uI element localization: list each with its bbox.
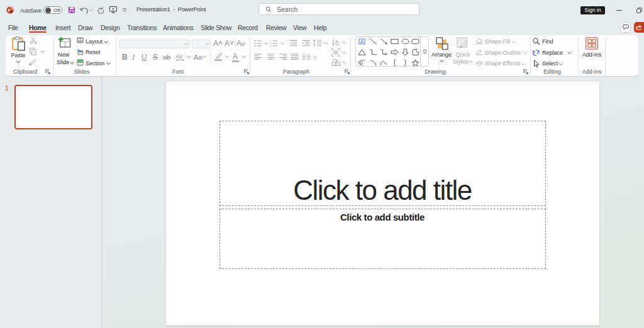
svg-text:c: c (537, 50, 540, 55)
svg-text:A: A (236, 39, 242, 48)
svg-text:P: P (8, 8, 11, 13)
svg-text:A: A (360, 39, 364, 45)
svg-text:3: 3 (270, 45, 272, 47)
svg-text:b: b (532, 50, 535, 54)
svg-text:AV: AV (175, 53, 182, 60)
svg-text:A: A (335, 39, 339, 45)
